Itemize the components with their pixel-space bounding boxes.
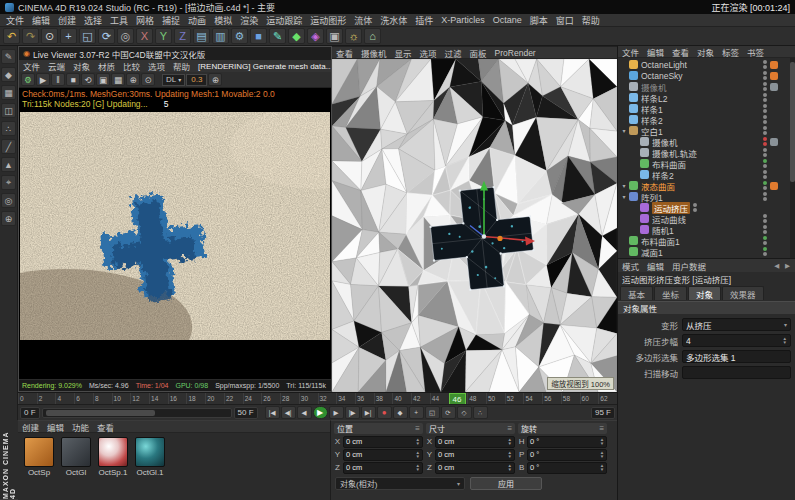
record-position-button[interactable]: + bbox=[409, 406, 424, 419]
object-tag-icon[interactable] bbox=[770, 127, 778, 135]
editor-dot[interactable] bbox=[763, 71, 767, 75]
editor-dot[interactable] bbox=[763, 93, 767, 97]
object-tag-icon[interactable] bbox=[770, 237, 778, 245]
axis-mode-icon[interactable]: ⌖ bbox=[1, 175, 16, 190]
timeline-ruler[interactable]: 0246810121416182022242628303234363840424… bbox=[18, 392, 617, 404]
menu-item[interactable]: 网格 bbox=[132, 14, 158, 27]
menu-item[interactable]: 脚本 bbox=[526, 14, 552, 27]
object-tag-icon[interactable] bbox=[770, 160, 778, 168]
attribute-nav-arrows[interactable]: ◀ ▶ bbox=[774, 262, 795, 270]
menu-item[interactable]: 动画 bbox=[184, 14, 210, 27]
coordinate-field[interactable]: 0 °▲▼ bbox=[527, 449, 607, 461]
tree-scrollbar[interactable] bbox=[790, 58, 795, 258]
visibility-dots[interactable] bbox=[693, 203, 697, 212]
material-pick-icon[interactable]: ⊙ bbox=[141, 73, 155, 86]
object-tag-icon-2[interactable] bbox=[779, 193, 787, 201]
render-dot[interactable] bbox=[763, 65, 767, 69]
object-row[interactable]: 布料曲面 bbox=[618, 158, 795, 169]
object-tag-icon-2[interactable] bbox=[779, 138, 787, 146]
object-tag-icon-2[interactable] bbox=[779, 61, 787, 69]
object-row[interactable]: ▾ 空白1 bbox=[618, 125, 795, 136]
material-item[interactable]: OctSp bbox=[24, 437, 54, 477]
menu-item[interactable]: 运动跟踪 bbox=[262, 14, 306, 27]
object-tag-icon-2[interactable] bbox=[779, 83, 787, 91]
keyframe-selection-button[interactable]: ∴ bbox=[473, 406, 488, 419]
spinner-icon[interactable]: ▲▼ bbox=[508, 464, 512, 472]
spinner-icon[interactable]: ▲▼ bbox=[508, 438, 512, 446]
spinner-icon[interactable]: ▲▼ bbox=[508, 451, 512, 459]
coordinate-field[interactable]: 0 cm▲▼ bbox=[435, 436, 515, 448]
editor-dot[interactable] bbox=[763, 115, 767, 119]
octane-menu-item[interactable]: 云端 bbox=[44, 60, 69, 72]
visibility-dots[interactable] bbox=[763, 225, 767, 234]
points-mode-icon[interactable]: ∴ bbox=[1, 121, 16, 136]
editor-dot[interactable] bbox=[693, 203, 697, 207]
material-thumbnail[interactable] bbox=[24, 437, 54, 467]
focus-pick-icon[interactable]: ⊕ bbox=[126, 73, 140, 86]
apply-button[interactable]: 应用 bbox=[470, 477, 542, 490]
render-dot[interactable] bbox=[763, 76, 767, 80]
range-end-field[interactable]: 50 F bbox=[234, 407, 258, 419]
render-dot[interactable] bbox=[763, 131, 767, 135]
render-view-icon[interactable]: ▤ bbox=[193, 28, 210, 44]
object-tag-icon-2[interactable] bbox=[709, 204, 717, 212]
edges-mode-icon[interactable]: ╱ bbox=[1, 139, 16, 154]
live-selection-icon[interactable]: ⊙ bbox=[41, 28, 58, 44]
coordinate-field[interactable]: 0 °▲▼ bbox=[527, 436, 607, 448]
render-dot[interactable] bbox=[763, 109, 767, 113]
menu-item[interactable]: 运动图形 bbox=[306, 14, 350, 27]
object-label[interactable]: 阵列1 bbox=[641, 191, 760, 203]
move-tool-icon[interactable]: + bbox=[60, 28, 77, 44]
spinner-icon[interactable]: ▲▼ bbox=[783, 337, 787, 345]
record-rotation-button[interactable]: ⟳ bbox=[441, 406, 456, 419]
octane-menu-item[interactable]: 文件 bbox=[19, 60, 44, 72]
coord-space-dropdown[interactable]: 对象(相对)▾ bbox=[335, 477, 465, 490]
object-tag-icon[interactable] bbox=[700, 204, 708, 212]
viewport-menu-item[interactable]: 显示 bbox=[391, 47, 416, 59]
add-camera-icon[interactable]: ▣ bbox=[326, 28, 343, 44]
object-tag-icon-2[interactable] bbox=[779, 72, 787, 80]
object-row[interactable]: 运动曲线 bbox=[618, 213, 795, 224]
octane-menu-item[interactable]: 帮助 bbox=[169, 60, 194, 72]
visibility-dots[interactable] bbox=[763, 82, 767, 91]
object-row[interactable]: 运动挤压 bbox=[618, 202, 795, 213]
pause-icon[interactable]: ‖ bbox=[51, 73, 65, 86]
visibility-dots[interactable] bbox=[763, 170, 767, 179]
object-tag-icon-2[interactable] bbox=[779, 116, 787, 124]
visibility-dots[interactable] bbox=[763, 137, 767, 146]
editor-dot[interactable] bbox=[763, 60, 767, 64]
object-row[interactable]: ▾ 液态曲面 bbox=[618, 180, 795, 191]
prev-frame-button[interactable]: ◀ bbox=[297, 406, 312, 419]
visibility-dots[interactable] bbox=[763, 93, 767, 102]
editor-dot[interactable] bbox=[763, 170, 767, 174]
snap-icon[interactable]: ⊕ bbox=[1, 211, 16, 226]
render-picture-icon[interactable]: ▥ bbox=[212, 28, 229, 44]
editor-dot[interactable] bbox=[763, 192, 767, 196]
object-tag-icon[interactable] bbox=[770, 72, 778, 80]
object-tag-icon-2[interactable] bbox=[779, 237, 787, 245]
menu-item[interactable]: 窗口 bbox=[552, 14, 578, 27]
object-tag-icon[interactable] bbox=[770, 149, 778, 157]
attribute-tab[interactable]: 基本 bbox=[620, 286, 653, 300]
coordinate-field[interactable]: 0 cm▲▼ bbox=[343, 462, 423, 474]
object-manager-menu-item[interactable]: 标签 bbox=[718, 46, 743, 58]
object-tag-icon[interactable] bbox=[770, 193, 778, 201]
menu-item[interactable]: 渲染 bbox=[236, 14, 262, 27]
object-tag-icon-2[interactable] bbox=[779, 160, 787, 168]
octane-menu-item[interactable]: 比较 bbox=[119, 60, 144, 72]
render-dot[interactable] bbox=[763, 175, 767, 179]
object-tag-icon-2[interactable] bbox=[779, 105, 787, 113]
object-tag-icon-2[interactable] bbox=[779, 171, 787, 179]
object-tag-icon[interactable] bbox=[770, 226, 778, 234]
model-mode-icon[interactable]: ◆ bbox=[1, 67, 16, 82]
editor-dot[interactable] bbox=[763, 104, 767, 108]
render-dot[interactable] bbox=[763, 252, 767, 256]
spinner-icon[interactable]: ▲▼ bbox=[600, 464, 604, 472]
object-tag-icon-2[interactable] bbox=[779, 215, 787, 223]
object-label[interactable]: OctaneSky bbox=[641, 71, 760, 81]
attribute-field[interactable]: 从挤压 ▾ ▲▼ bbox=[682, 318, 791, 331]
z-axis-lock-icon[interactable]: Z bbox=[174, 28, 191, 44]
editor-dot[interactable] bbox=[763, 225, 767, 229]
material-item[interactable]: OctGl.1 bbox=[135, 437, 165, 477]
prev-key-button[interactable]: ◀| bbox=[281, 406, 296, 419]
